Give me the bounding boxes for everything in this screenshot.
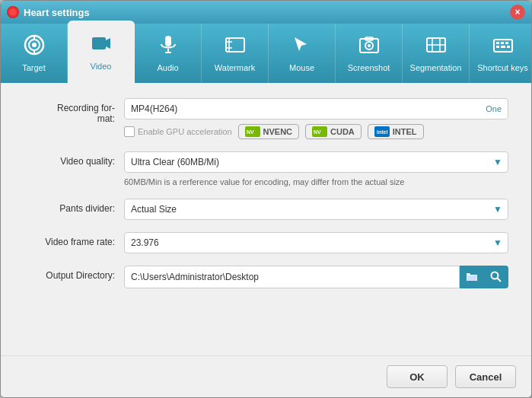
pants-divider-select[interactable]: Actual Size [124, 199, 508, 220]
gpu-checkbox-label[interactable]: Enable GPU acceleration [124, 126, 232, 137]
intel-label: INTEL [393, 127, 417, 136]
output-dir-input[interactable] [124, 266, 460, 288]
folder-browse-button[interactable] [460, 266, 484, 288]
dialog-title: Heart settings [24, 7, 90, 18]
tab-screenshot[interactable]: Screenshot [336, 24, 403, 83]
format-one-link[interactable]: One [486, 104, 502, 113]
tab-mouse[interactable]: Mouse [269, 24, 336, 83]
output-directory-controls [124, 266, 508, 288]
svg-marker-6 [106, 38, 110, 49]
video-quality-row: Video quality: Ultra Clear (60MB/Mi) ▼ 6… [24, 151, 508, 186]
svg-rect-5 [92, 37, 106, 49]
ok-button[interactable]: OK [387, 365, 448, 388]
dialog-footer: OK Cancel [1, 355, 531, 397]
nvenc-logo: NV [245, 126, 260, 137]
search-directory-button[interactable] [484, 266, 508, 288]
tab-mouse-label: Mouse [289, 63, 314, 72]
tab-audio-label: Audio [157, 63, 178, 72]
recording-format-label: Recording for-mat: [24, 98, 115, 124]
video-quality-select[interactable]: Ultra Clear (60MB/Mi) [124, 151, 508, 173]
svg-rect-7 [165, 36, 171, 46]
tab-screenshot-label: Screenshot [348, 63, 390, 72]
svg-line-37 [498, 279, 502, 282]
mouse-icon [291, 34, 313, 60]
segmentation-icon [425, 34, 447, 60]
watermark-icon [225, 34, 246, 60]
audio-icon [158, 34, 179, 60]
pants-divider-controls: Actual Size ▼ [124, 199, 508, 220]
tab-shortcut[interactable]: Shortcut keys [470, 24, 532, 83]
svg-point-36 [492, 272, 499, 279]
video-frame-rate-controls: 23.976 ▼ [124, 232, 508, 253]
pants-divider-label: Pants divider: [24, 199, 115, 214]
format-input-row: MP4(H264) One [124, 98, 508, 119]
video-frame-rate-row: Video frame rate: 23.976 ▼ [24, 232, 508, 253]
video-quality-label: Video quality: [24, 151, 115, 167]
video-quality-controls: Ultra Clear (60MB/Mi) ▼ 60MB/Min is a re… [124, 151, 508, 186]
gpu-row: Enable GPU acceleration NV NVENC NV CUDA [124, 124, 508, 139]
output-dir-input-row [124, 266, 508, 288]
frame-rate-select[interactable]: 23.976 [124, 232, 508, 253]
output-directory-row: Output Directory: [24, 266, 508, 288]
nvenc-badge[interactable]: NV NVENC [238, 124, 300, 139]
video-icon [91, 33, 112, 59]
dialog-window: Heart settings × Target [0, 0, 532, 398]
screenshot-icon [358, 34, 380, 60]
pants-divider-select-wrapper: Actual Size ▼ [124, 199, 508, 220]
target-icon [24, 34, 45, 60]
tab-watermark-label: Watermark [215, 63, 255, 72]
tab-segmentation-label: Segmentation [410, 63, 462, 72]
video-quality-hint: 60MB/Min is a rerference value for encod… [124, 177, 508, 186]
tab-watermark[interactable]: Watermark [202, 24, 269, 83]
tab-target-label: Target [22, 63, 46, 72]
svg-rect-27 [496, 46, 499, 48]
svg-rect-28 [501, 46, 505, 48]
cuda-badge[interactable]: NV CUDA [305, 124, 362, 139]
frame-rate-select-wrapper: 23.976 ▼ [124, 232, 508, 253]
svg-point-2 [32, 43, 37, 47]
video-quality-select-wrapper: Ultra Clear (60MB/Mi) ▼ [124, 151, 508, 173]
svg-rect-25 [501, 42, 504, 44]
svg-rect-26 [505, 42, 508, 44]
close-button[interactable]: × [510, 5, 525, 20]
video-frame-rate-label: Video frame rate: [24, 232, 115, 247]
svg-text:NV: NV [314, 129, 321, 135]
recording-format-row: Recording for-mat: MP4(H264) One Enable … [24, 98, 508, 139]
svg-marker-14 [295, 37, 307, 51]
tab-video-label: Video [91, 62, 112, 71]
svg-rect-24 [496, 42, 499, 44]
svg-point-17 [368, 44, 371, 47]
app-icon [7, 6, 19, 18]
content-area: Recording for-mat: MP4(H264) One Enable … [1, 83, 531, 355]
intel-logo: intel [374, 126, 390, 137]
output-directory-label: Output Directory: [24, 266, 115, 281]
svg-text:intel: intel [377, 129, 387, 135]
tab-audio[interactable]: Audio [135, 24, 202, 83]
svg-text:NV: NV [247, 129, 254, 135]
cuda-label: CUDA [330, 127, 355, 136]
recording-format-controls: MP4(H264) One Enable GPU acceleration NV… [124, 98, 508, 139]
svg-rect-29 [507, 46, 510, 48]
gpu-label-text: Enable GPU acceleration [138, 127, 232, 136]
tab-target[interactable]: Target [1, 24, 68, 83]
format-display[interactable]: MP4(H264) One [124, 98, 508, 119]
pants-divider-row: Pants divider: Actual Size ▼ [24, 199, 508, 220]
cancel-button[interactable]: Cancel [455, 365, 516, 388]
nvenc-label: NVENC [263, 127, 293, 136]
tab-bar: Target Video Audio [1, 24, 531, 83]
tab-video[interactable]: Video [68, 21, 135, 83]
format-value: MP4(H264) [131, 103, 177, 114]
title-bar-left: Heart settings [7, 6, 90, 18]
tab-shortcut-label: Shortcut keys [477, 63, 528, 72]
gpu-checkbox[interactable] [124, 126, 135, 137]
shortcut-icon [492, 34, 514, 60]
cuda-logo: NV [312, 126, 327, 137]
intel-badge[interactable]: intel INTEL [368, 124, 424, 139]
tab-segmentation[interactable]: Segmentation [403, 24, 470, 83]
